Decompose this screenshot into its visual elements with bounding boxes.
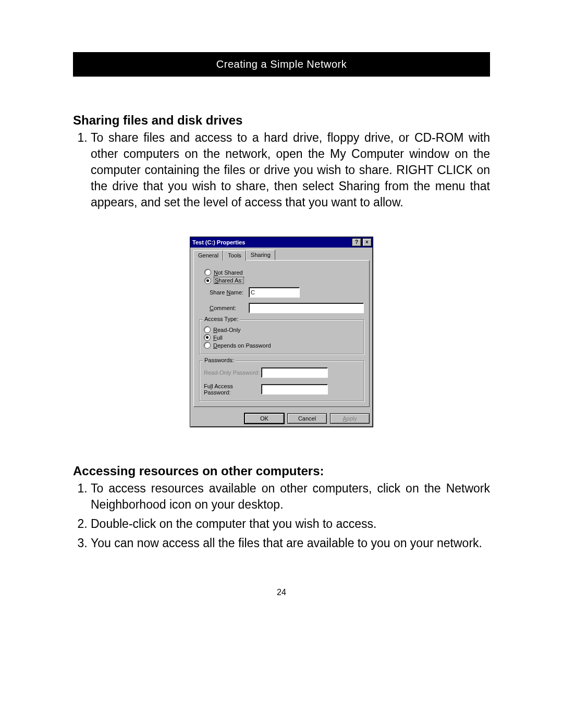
- full-password-input[interactable]: [261, 384, 328, 394]
- radio-readonly-label: Read-Only: [213, 327, 241, 333]
- readonly-password-input[interactable]: [261, 367, 328, 378]
- properties-dialog: Test (C:) Properties ? × General Tools S…: [190, 237, 373, 427]
- radio-shared-as-row[interactable]: Shared As:: [204, 277, 364, 284]
- comment-row: Comment:: [210, 303, 364, 313]
- section-sharing-list: To share files and access to a hard driv…: [73, 130, 490, 211]
- readonly-password-row: Read-Only Password:: [204, 367, 359, 378]
- radio-not-shared-label: Not Shared: [214, 269, 243, 276]
- share-name-label: Share Name:: [210, 289, 249, 295]
- passwords-legend: Passwords:: [203, 357, 236, 363]
- page-number: 24: [73, 588, 490, 597]
- radio-icon: [204, 326, 211, 333]
- list-item: To access resources available on other c…: [91, 480, 490, 513]
- access-type-legend: Access Type:: [203, 316, 240, 322]
- radio-icon: [204, 334, 211, 341]
- tab-tools[interactable]: Tools: [223, 250, 246, 261]
- radio-readonly-row[interactable]: Read-Only: [204, 326, 359, 333]
- tab-general[interactable]: General: [193, 250, 223, 261]
- full-password-label: Full Access Password:: [204, 383, 261, 396]
- full-password-row: Full Access Password:: [204, 383, 359, 396]
- passwords-group: Passwords: Read-Only Password: Full Acce…: [199, 361, 364, 401]
- section-accessing-list: To access resources available on other c…: [73, 480, 490, 551]
- list-item: Double-click on the computer that you wi…: [91, 516, 490, 532]
- close-button[interactable]: ×: [362, 238, 372, 246]
- list-item: You can now access all the files that ar…: [91, 535, 490, 551]
- apply-button[interactable]: Apply: [330, 413, 370, 424]
- page-header-title: Creating a Simple Network: [216, 58, 347, 70]
- help-button[interactable]: ?: [352, 238, 361, 246]
- radio-icon: [204, 269, 211, 276]
- tab-strip: General Tools Sharing: [193, 250, 370, 260]
- comment-input[interactable]: [249, 303, 364, 313]
- tab-panel-sharing: Not Shared Shared As: Share Name: C Comm…: [193, 260, 370, 407]
- dialog-title: Test (C:) Properties: [192, 239, 351, 245]
- radio-depends-row[interactable]: Depends on Password: [204, 342, 359, 349]
- list-item: To share files and access to a hard driv…: [91, 130, 490, 211]
- section-accessing-title: Accessing resources on other computers:: [73, 464, 490, 478]
- section-sharing-title: Sharing files and disk drives: [73, 113, 490, 128]
- radio-shared-as-label: Shared As:: [214, 277, 244, 284]
- dialog-button-row: OK Cancel Apply: [190, 410, 373, 427]
- radio-depends-label: Depends on Password: [213, 342, 271, 349]
- radio-icon: [204, 342, 211, 349]
- cancel-button[interactable]: Cancel: [287, 413, 327, 424]
- dialog-titlebar: Test (C:) Properties ? ×: [190, 237, 373, 248]
- dialog-screenshot: Test (C:) Properties ? × General Tools S…: [73, 237, 490, 427]
- radio-full-label: Full: [213, 335, 223, 341]
- radio-not-shared-row[interactable]: Not Shared: [204, 269, 364, 276]
- tab-sharing[interactable]: Sharing: [246, 250, 275, 260]
- ok-button[interactable]: OK: [244, 413, 284, 424]
- share-name-row: Share Name: C: [210, 287, 364, 298]
- readonly-password-label: Read-Only Password:: [204, 369, 261, 376]
- share-name-input[interactable]: C: [249, 287, 300, 298]
- page-header: Creating a Simple Network: [73, 52, 490, 77]
- document-page: Creating a Simple Network Sharing files …: [0, 0, 563, 628]
- comment-label: Comment:: [210, 305, 249, 311]
- radio-icon: [204, 277, 211, 284]
- access-type-group: Access Type: Read-Only Full Depends on P…: [199, 319, 364, 354]
- radio-full-row[interactable]: Full: [204, 334, 359, 341]
